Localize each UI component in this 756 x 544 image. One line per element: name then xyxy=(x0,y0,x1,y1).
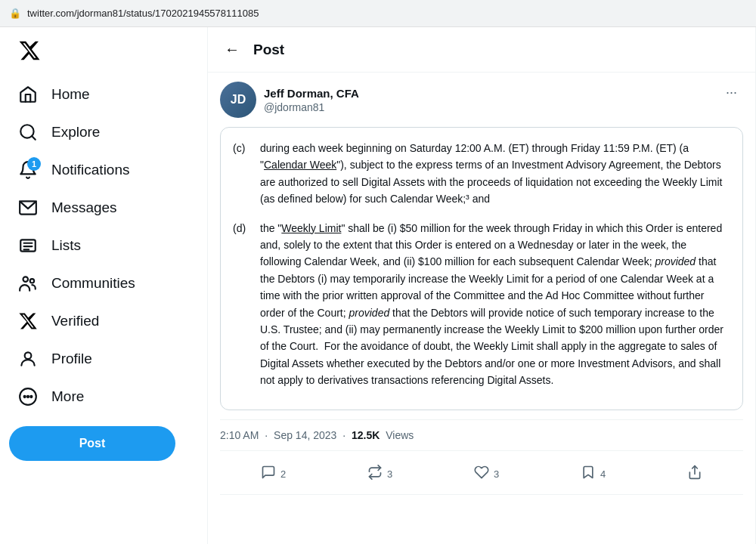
comment-icon xyxy=(261,465,276,484)
share-icon xyxy=(687,465,702,484)
list-icon xyxy=(18,236,38,255)
retweet-count: 3 xyxy=(387,468,392,480)
tweet-views-count: 12.5K xyxy=(352,429,380,441)
tweet-container: JD Jeff Dorman, CFA @jdorman81 ··· (c) d… xyxy=(208,73,755,504)
lock-icon: 🔒 xyxy=(9,8,21,19)
sidebar-item-profile[interactable]: Profile xyxy=(9,342,198,376)
heart-icon xyxy=(474,465,489,484)
bookmark-count: 4 xyxy=(600,468,606,480)
author-details: Jeff Dorman, CFA @jdorman81 xyxy=(264,86,359,113)
sidebar-item-verified-label: Verified xyxy=(51,313,99,329)
bell-icon: 1 xyxy=(18,160,38,180)
main-content: ← Post JD Jeff Dorman, CFA @jdorman81 ··… xyxy=(208,27,756,544)
more-circle-icon xyxy=(18,387,38,406)
search-icon xyxy=(18,122,38,142)
more-options-button[interactable]: ··· xyxy=(720,82,743,104)
section-text-c: during each week beginning on Saturday 1… xyxy=(260,140,730,208)
svg-point-12 xyxy=(27,396,29,397)
tweet-section-d: (d) the "Weekly Limit" shall be (i) $50 … xyxy=(233,220,730,389)
meta-separator-2: · xyxy=(342,429,345,441)
section-label-c: (c) xyxy=(233,140,248,208)
svg-point-7 xyxy=(23,277,29,282)
tweet-meta: 2:10 AM · Sep 14, 2023 · 12.5K Views xyxy=(220,419,743,451)
tweet-time: 2:10 AM xyxy=(220,429,259,441)
x-logo[interactable] xyxy=(9,33,198,71)
tweet-content-box: (c) during each week beginning on Saturd… xyxy=(220,127,743,410)
svg-point-13 xyxy=(30,396,32,397)
url-text: twitter.com/jdorman81/status/17020219455… xyxy=(27,8,259,19)
tweet-author-info: JD Jeff Dorman, CFA @jdorman81 xyxy=(220,82,359,118)
sidebar-item-profile-label: Profile xyxy=(51,351,92,367)
retweet-icon xyxy=(367,465,383,484)
tweet-actions: 2 3 xyxy=(220,454,743,495)
author-handle: @jdorman81 xyxy=(264,101,359,113)
x-verified-icon xyxy=(18,311,38,331)
sidebar-item-communities-label: Communities xyxy=(51,275,135,292)
sidebar-item-more-label: More xyxy=(51,388,84,405)
like-action[interactable]: 3 xyxy=(468,460,505,488)
reply-count: 2 xyxy=(280,468,286,480)
sidebar-item-home-label: Home xyxy=(51,86,90,103)
author-name: Jeff Dorman, CFA xyxy=(264,86,359,101)
sidebar: Home Explore 1 Notifications xyxy=(0,27,208,544)
sidebar-item-lists-label: Lists xyxy=(51,237,81,254)
svg-point-9 xyxy=(25,352,32,359)
svg-point-11 xyxy=(24,396,26,397)
sidebar-item-more[interactable]: More xyxy=(9,379,198,414)
avatar: JD xyxy=(220,82,256,118)
sidebar-item-notifications-label: Notifications xyxy=(51,162,130,178)
sidebar-item-explore[interactable]: Explore xyxy=(9,115,198,150)
post-button[interactable]: Post xyxy=(9,426,175,461)
back-button[interactable]: ← xyxy=(220,36,244,63)
reply-action[interactable]: 2 xyxy=(255,460,292,488)
section-text-d: the "Weekly Limit" shall be (i) $50 mill… xyxy=(260,220,730,389)
address-bar: 🔒 twitter.com/jdorman81/status/170202194… xyxy=(0,0,756,27)
sidebar-item-messages[interactable]: Messages xyxy=(9,190,198,225)
post-header: ← Post xyxy=(208,27,755,73)
share-action[interactable] xyxy=(681,460,708,488)
notification-badge: 1 xyxy=(27,157,41,171)
sidebar-item-verified[interactable]: Verified xyxy=(9,304,198,338)
person-icon xyxy=(18,349,38,369)
post-header-title: Post xyxy=(253,42,284,58)
sidebar-item-home[interactable]: Home xyxy=(9,77,198,112)
sidebar-item-lists[interactable]: Lists xyxy=(9,228,198,263)
bookmark-action[interactable]: 4 xyxy=(575,460,612,488)
sidebar-item-messages-label: Messages xyxy=(51,199,117,216)
communities-icon xyxy=(18,274,38,293)
sidebar-item-notifications[interactable]: 1 Notifications xyxy=(9,153,198,187)
envelope-icon xyxy=(18,198,38,218)
tweet-author-row: JD Jeff Dorman, CFA @jdorman81 ··· xyxy=(220,82,743,118)
tweet-views-label: Views xyxy=(386,429,414,441)
svg-point-8 xyxy=(30,279,34,283)
like-count: 3 xyxy=(494,468,499,480)
tweet-section-c: (c) during each week beginning on Saturd… xyxy=(233,140,730,208)
sidebar-item-communities[interactable]: Communities xyxy=(9,266,198,301)
tweet-date: Sep 14, 2023 xyxy=(274,429,336,441)
svg-line-1 xyxy=(32,136,36,140)
sidebar-item-explore-label: Explore xyxy=(51,124,100,141)
bookmark-icon xyxy=(581,465,596,484)
retweet-action[interactable]: 3 xyxy=(361,460,398,488)
section-label-d: (d) xyxy=(233,220,248,389)
home-icon xyxy=(18,85,38,104)
meta-separator-1: · xyxy=(265,429,268,441)
